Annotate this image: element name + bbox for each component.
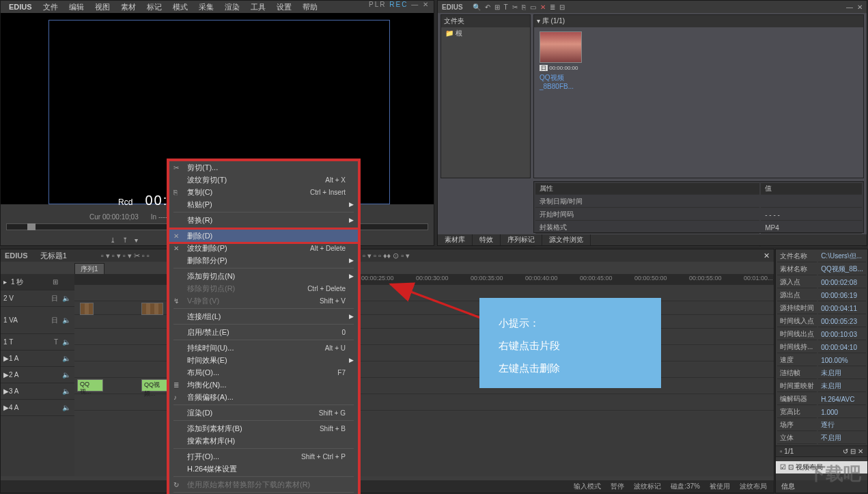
timeline-scale[interactable]: 1 秒: [11, 277, 23, 287]
delete-icon[interactable]: ✕: [540, 3, 546, 11]
ctx-item[interactable]: ≣均衡化(N)...: [169, 379, 358, 391]
mute-icon[interactable]: 🔈: [62, 371, 70, 379]
close-icon[interactable]: ✕: [857, 3, 863, 11]
rcd-label: Rcd: [118, 197, 132, 207]
bin-toolbar: EDIUS 🔍 ↶ ⊞ T ✂ ⎘ ▭ ✕ ≣ ⊟ — ✕: [438, 1, 867, 13]
menu-clip[interactable]: 素材: [115, 2, 141, 12]
scale-icon[interactable]: ▸: [3, 278, 7, 286]
audio-clip[interactable]: QQ视...: [77, 379, 103, 392]
track-header[interactable]: 1 TT🔈: [1, 334, 74, 351]
ctx-item: 移除剪切点(R)Ctrl + Delete: [169, 282, 358, 294]
mute-icon[interactable]: 🔈: [62, 316, 70, 324]
track-header[interactable]: ▶4 A🔈: [1, 400, 74, 416]
rec-label: REC: [389, 1, 408, 8]
ctx-item[interactable]: 布局(O)...F7: [169, 366, 358, 379]
sequence-title: 无标题1: [40, 251, 67, 261]
bin-tabs: 素材库 特效 序列标记 源文件浏览: [438, 234, 867, 245]
status-layout: 波纹布局: [740, 482, 767, 491]
track-header[interactable]: ▶3 A🔈: [1, 383, 74, 400]
in-icon[interactable]: ⤓: [110, 236, 115, 244]
clips-area[interactable]: ▾ 库 (1/1) 日 00:00:00:00 QQ视频_8B80FB...: [533, 14, 864, 178]
status-bar: 输入模式 暂停 波纹标记 磁盘:37% 被使用 波纹布局: [1, 480, 774, 493]
video-clip[interactable]: [141, 303, 163, 315]
ctx-item[interactable]: 连接/组(L)▶: [169, 310, 358, 323]
track-header[interactable]: 1 VA日🔈: [1, 307, 74, 334]
ctx-item[interactable]: ✂剪切(T)...: [169, 161, 358, 174]
tab-source-browse[interactable]: 源文件浏览: [542, 234, 591, 245]
ctx-item[interactable]: ✕删除(D): [169, 230, 358, 242]
ctx-item[interactable]: 渲染(D)Shift + G: [169, 407, 358, 419]
tool-icon[interactable]: ⎘: [522, 3, 526, 11]
menu-render[interactable]: 渲染: [219, 2, 245, 12]
text-icon[interactable]: T: [54, 338, 58, 346]
expand-icon[interactable]: 日: [51, 294, 58, 303]
track-header[interactable]: 2 V日🔈: [1, 290, 74, 307]
menu-help[interactable]: 帮助: [297, 2, 323, 12]
menu-mode[interactable]: 模式: [167, 2, 193, 12]
ctx-item[interactable]: 持续时间(U)...Alt + U: [169, 342, 358, 354]
tool-icon[interactable]: ↶: [485, 3, 490, 11]
close-icon[interactable]: ✕: [423, 1, 430, 8]
clip-thumbnail[interactable]: 日 00:00:00:00 QQ视频_8B80FB...: [540, 31, 582, 90]
tip-line3: 左键点击删除: [499, 357, 642, 379]
menu-edit[interactable]: 编辑: [64, 2, 89, 12]
ctx-item[interactable]: 启用/禁止(E)0: [169, 326, 358, 338]
track-header[interactable]: ▶1 A🔈: [1, 351, 74, 367]
tool-icon[interactable]: ⊟: [559, 3, 565, 11]
bin-app-title: EDIUS: [442, 3, 468, 11]
folder-tree[interactable]: 文件夹 📁 根: [440, 14, 531, 178]
minimize-icon[interactable]: —: [411, 1, 419, 8]
watermark: 下载吧: [808, 462, 861, 486]
scrub-handle[interactable]: [27, 223, 36, 230]
ctx-item[interactable]: 时间效果(E)▶: [169, 354, 358, 366]
tab-library[interactable]: 素材库: [438, 234, 473, 245]
mute-icon[interactable]: 🔈: [62, 294, 70, 302]
audio-clip[interactable]: QQ视频...: [141, 379, 170, 392]
ctx-item[interactable]: H.264媒体设置: [169, 463, 358, 475]
menu-marker[interactable]: 标记: [141, 2, 167, 12]
track-header[interactable]: ▶2 A🔈: [1, 367, 74, 383]
close-icon[interactable]: ✕: [764, 251, 770, 260]
tool-icon[interactable]: ▭: [530, 3, 536, 11]
ctx-item[interactable]: 打开(O)...Shift + Ctrl + P: [169, 450, 358, 463]
ctx-item[interactable]: ✕波纹删除(P)Alt + Delete: [169, 242, 358, 254]
tool-icon[interactable]: T: [504, 3, 508, 11]
status-input-mode: 输入模式: [574, 482, 601, 491]
minimize-icon[interactable]: —: [846, 3, 853, 11]
window-controls: PLR REC — ✕: [369, 1, 430, 8]
ctx-item[interactable]: 添加到素材库(B)Shift + B: [169, 422, 358, 435]
annotation-tip: 小提示： 右键点击片段 左键点击删除: [479, 298, 661, 388]
tool-icon[interactable]: ✂: [512, 3, 518, 11]
folder-root[interactable]: 📁 根: [441, 27, 530, 40]
chevron-down-icon[interactable]: ▾: [135, 236, 138, 244]
tool-icon[interactable]: ⊞: [494, 3, 500, 11]
timeline-app-title: EDIUS: [5, 251, 33, 260]
ctx-item[interactable]: 删除部分(P)▶: [169, 254, 358, 266]
mute-icon[interactable]: 🔈: [62, 355, 70, 362]
ctx-item[interactable]: 添加剪切点(N)▶: [169, 270, 358, 282]
mute-icon[interactable]: 🔈: [62, 387, 70, 395]
info-page-row: ▫ 1/1 ↺ ⊟ ✕: [776, 445, 867, 457]
track-headers: ▸1 秒⊞ 2 V日🔈 1 VA日🔈 1 TT🔈 ▶1 A🔈 ▶2 A🔈 ▶3 …: [1, 274, 74, 476]
thumbnail-image: [540, 31, 582, 63]
tab-effects[interactable]: 特效: [473, 234, 501, 245]
mute-icon[interactable]: 🔈: [62, 338, 70, 346]
menu-tools[interactable]: 工具: [245, 2, 271, 12]
tab-markers[interactable]: 序列标记: [501, 234, 542, 245]
ctx-item[interactable]: ⎘复制(C)Ctrl + Insert: [169, 186, 358, 198]
video-clip[interactable]: [80, 303, 94, 315]
out-icon[interactable]: ⤒: [122, 236, 128, 244]
menu-settings[interactable]: 设置: [271, 2, 297, 12]
menu-capture[interactable]: 采集: [193, 2, 219, 12]
ctx-item[interactable]: 粘贴(P)▶: [169, 198, 358, 210]
ctx-item[interactable]: 波纹剪切(T)Alt + X: [169, 174, 358, 186]
mute-icon[interactable]: 🔈: [62, 404, 70, 411]
menu-view[interactable]: 视图: [89, 2, 115, 12]
expand-icon[interactable]: 日: [51, 316, 58, 325]
ctx-item[interactable]: 替换(R)▶: [169, 214, 358, 226]
ctx-item[interactable]: ♪音频偏移(A)...: [169, 391, 358, 403]
tool-icon[interactable]: ≣: [550, 3, 555, 11]
ctx-item[interactable]: 搜索素材库(H): [169, 435, 358, 447]
search-icon[interactable]: 🔍: [473, 3, 481, 11]
menu-file[interactable]: 文件: [38, 2, 64, 12]
